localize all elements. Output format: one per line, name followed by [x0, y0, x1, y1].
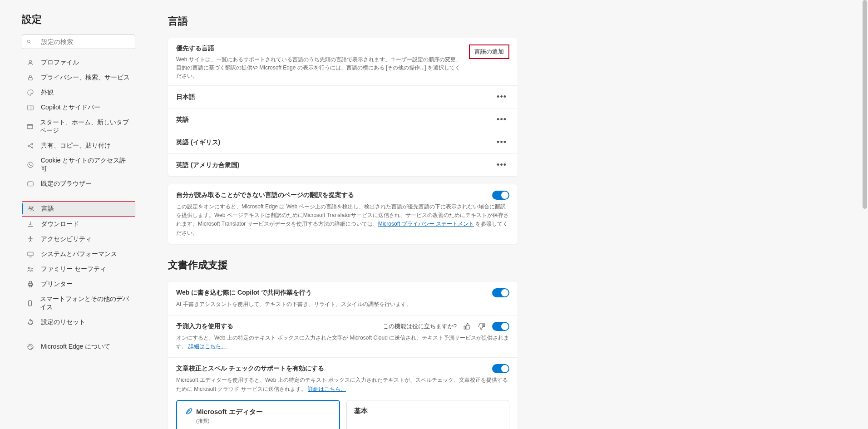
translate-toggle[interactable] — [492, 191, 509, 200]
search-input[interactable] — [41, 38, 130, 45]
settings-title: 設定 — [22, 13, 141, 26]
sidebar-item-label: 既定のブラウザー — [41, 180, 92, 188]
sidebar-item-family[interactable]: ファミリー セーフティ — [22, 262, 135, 276]
language-name: 日本語 — [176, 93, 195, 101]
sidebar-item-start[interactable]: スタート、ホーム、新しいタブ ページ — [22, 115, 135, 138]
sidebar-item-label: 言語 — [41, 205, 54, 213]
svg-point-21 — [28, 267, 30, 269]
sidebar-item-cookies[interactable]: Cookie とサイトのアクセス許可 — [22, 153, 135, 176]
svg-rect-3 — [29, 77, 32, 80]
sidebar-item-label: アクセシビリティ — [41, 235, 92, 243]
sidebar-item-languages[interactable]: 言語 — [22, 201, 135, 217]
more-options-button[interactable]: ••• — [494, 114, 509, 125]
copilot-writing-toggle[interactable] — [492, 288, 509, 297]
svg-point-18 — [30, 237, 31, 238]
main-content: 言語 優先する言語 Web サイトは、一覧にあるサポートされている言語のうち先頭… — [150, 0, 868, 429]
search-icon — [27, 38, 35, 46]
sidebar-item-printers[interactable]: プリンター — [22, 277, 135, 291]
svg-point-15 — [31, 165, 31, 166]
thumbs-down-icon[interactable] — [478, 322, 486, 330]
sidebar-item-accessibility[interactable]: アクセシビリティ — [22, 232, 135, 247]
svg-rect-19 — [28, 252, 33, 256]
sidebar-item-copilot[interactable]: Copilot とサイドバー — [22, 100, 135, 115]
sidebar-item-label: システムとパフォーマンス — [41, 250, 117, 258]
cookie-icon — [26, 161, 35, 169]
sidebar-item-label: 共有、コピー、貼り付け — [41, 142, 111, 150]
sidebar-icon — [26, 104, 35, 112]
phone-icon — [26, 299, 34, 307]
editor-option-microsoft[interactable]: Microsoft エディター (推奨) — [176, 400, 340, 429]
more-options-button[interactable]: ••• — [494, 159, 509, 171]
sidebar-item-label: Cookie とサイトのアクセス許可 — [41, 157, 131, 173]
system-icon — [26, 250, 35, 258]
browser-icon — [26, 180, 35, 188]
add-language-button[interactable]: 言語の追加 — [469, 44, 509, 59]
feather-icon — [184, 407, 192, 417]
svg-point-9 — [32, 143, 33, 145]
language-name: 英語 (アメリカ合衆国) — [176, 161, 239, 169]
copilot-writing-desc: AI 手書きアシスタントを使用して、テキストの下書き、リライト、スタイルの調整を… — [176, 300, 509, 309]
sidebar-item-downloads[interactable]: ダウンロード — [22, 217, 135, 232]
svg-point-2 — [29, 60, 31, 63]
proofing-desc: Microsoft エディターを使用すると、Web 上の特定のテキスト ボックス… — [176, 376, 509, 393]
editor-option-title: Microsoft エディター — [196, 408, 263, 416]
translate-desc: この設定をオンにすると、Microsoft Edge は Web ページ上の言語… — [176, 202, 509, 237]
sidebar-item-reset[interactable]: 設定のリセット — [22, 315, 135, 330]
preferred-languages-title: 優先する言語 — [176, 44, 464, 53]
sidebar-item-label: ファミリー セーフティ — [41, 265, 106, 273]
sidebar-item-about[interactable]: Microsoft Edge について — [22, 340, 135, 354]
svg-point-22 — [31, 268, 33, 269]
predict-learn-more-link[interactable]: 詳細はこちら。 — [188, 343, 227, 350]
reset-icon — [26, 318, 35, 326]
predict-title: 予測入力を使用する — [176, 322, 233, 330]
writing-section-title: 文書作成支援 — [168, 258, 850, 272]
svg-point-8 — [28, 145, 30, 147]
sidebar-item-privacy[interactable]: プライバシー、検索、サービス — [22, 70, 135, 85]
proof-learn-more-link[interactable]: 詳細はこちら。 — [308, 386, 346, 392]
palette-icon — [26, 89, 35, 97]
lock-icon — [26, 74, 35, 82]
sidebar-item-label: プライバシー、検索、サービス — [41, 74, 130, 82]
svg-rect-16 — [28, 182, 33, 186]
sidebar-item-profile[interactable]: プロファイル — [22, 55, 135, 70]
preferred-languages-card: 優先する言語 Web サイトは、一覧にあるサポートされている言語のうち先頭の言語… — [168, 38, 518, 176]
sidebar-item-phone[interactable]: スマートフォンとその他のデバイス — [22, 292, 135, 315]
sidebar-item-label: 外観 — [41, 89, 54, 97]
accessibility-icon — [26, 235, 35, 243]
feedback-text: この機能は役に立ちますか? — [383, 322, 457, 330]
language-name: 英語 (イギリス) — [176, 138, 220, 147]
predict-toggle[interactable] — [492, 322, 509, 331]
svg-point-14 — [29, 164, 30, 164]
sidebar-item-share[interactable]: 共有、コピー、貼り付け — [22, 138, 135, 153]
svg-rect-25 — [29, 285, 31, 287]
sidebar-item-system[interactable]: システムとパフォーマンス — [22, 247, 135, 261]
sidebar-item-appearance[interactable]: 外観 — [22, 85, 135, 100]
sidebar-item-label: スタート、ホーム、新しいタブ ページ — [40, 118, 131, 135]
language-row: 日本語 ••• — [168, 86, 518, 108]
family-icon — [26, 265, 35, 273]
language-row: 英語 (イギリス) ••• — [168, 131, 518, 154]
svg-rect-24 — [29, 281, 31, 283]
more-options-button[interactable]: ••• — [494, 137, 509, 148]
editor-option-basic[interactable]: 基本 — [346, 400, 509, 429]
sidebar-item-label: スマートフォンとその他のデバイス — [40, 295, 131, 311]
proofing-toggle[interactable] — [492, 364, 509, 373]
svg-rect-4 — [28, 105, 33, 110]
translate-card: 自分が読み取ることができない言語のページの翻訳を提案する この設定をオンにすると… — [168, 184, 518, 244]
svg-line-12 — [29, 146, 31, 148]
privacy-link[interactable]: Microsoft プライバシー ステートメント — [378, 221, 474, 227]
settings-search[interactable] — [22, 35, 135, 49]
language-icon — [27, 205, 35, 213]
svg-point-17 — [29, 182, 29, 183]
translate-title: 自分が読み取ることができない言語のページの翻訳を提案する — [176, 191, 354, 199]
thumbs-up-icon[interactable] — [463, 322, 471, 330]
language-row: 英語 (アメリカ合衆国) ••• — [168, 154, 518, 176]
settings-sidebar: 設定 プロファイル プライバシー、検索、サービス 外観 Copilot とサイド… — [0, 0, 150, 429]
scrollbar[interactable] — [863, 0, 867, 209]
sidebar-item-label: プリンター — [41, 280, 73, 288]
language-name: 英語 — [176, 116, 189, 124]
more-options-button[interactable]: ••• — [494, 91, 509, 103]
profile-icon — [26, 59, 35, 67]
proofing-title: 文章校正とスペル チェックのサポートを有効にする — [176, 365, 324, 373]
sidebar-item-default-browser[interactable]: 既定のブラウザー — [22, 177, 135, 191]
